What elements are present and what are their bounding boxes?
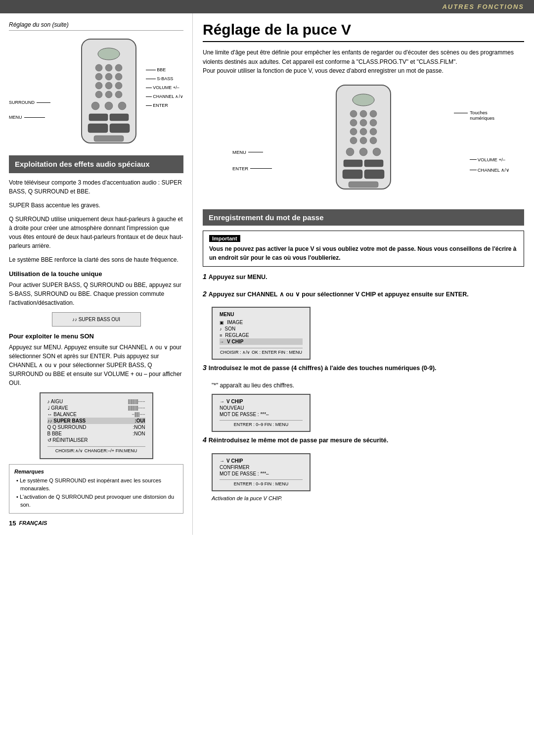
section1-header: Exploitation des effets audio spéciaux <box>9 155 183 173</box>
menu-label-right: MENU <box>232 149 246 155</box>
svg-point-13 <box>115 91 122 98</box>
password-label-4: MOT DE PASSE : ***– <box>220 471 303 476</box>
svg-point-7 <box>115 73 122 80</box>
header-bar: AUTRES FONCTIONS <box>0 0 534 13</box>
remote-control-left: SURROUND MENU BBE S-BASS <box>9 37 183 150</box>
svg-point-6 <box>105 73 112 80</box>
vchip-screen-step3: → V CHIP NOUVEAU MOT DE PASSE : ***– ENT… <box>212 394 311 432</box>
utilisation-text: Pour activer SUPER BASS, Q SURROUND ou B… <box>9 281 183 307</box>
svg-point-24 <box>350 110 357 117</box>
svg-point-8 <box>95 82 102 89</box>
svg-point-2 <box>95 64 102 71</box>
superbass-screen: ♪♪ SUPER BASS OUI <box>52 312 141 327</box>
svg-point-33 <box>350 137 357 144</box>
svg-point-36 <box>346 148 354 156</box>
qsurround-text: Q SURROUND utilise uniquement deux haut-… <box>9 215 183 250</box>
svg-point-11 <box>95 91 102 98</box>
menu-item-reglage: ≡REGLAGE <box>220 332 303 338</box>
svg-point-9 <box>105 82 112 89</box>
confirmer-label: CONFIRMER <box>220 465 303 470</box>
svg-point-12 <box>105 91 112 98</box>
step3-sub: "*" apparaît au lieu des chiffres. <box>203 381 524 390</box>
password-label-3: MOT DE PASSE : ***– <box>220 412 303 417</box>
svg-point-28 <box>360 119 367 126</box>
page-title: Réglage de la puce V <box>203 21 524 42</box>
svg-rect-21 <box>94 136 124 142</box>
menu-screen-step2: MENU ▣IMAGE ♪SON ≡REGLAGE →V CHIP CHOISI… <box>212 307 311 360</box>
svg-point-1 <box>98 48 120 60</box>
svg-point-35 <box>370 137 377 144</box>
remote-control-right: Touches numériques MENU ENTER <box>203 83 524 201</box>
menu-item-image: ▣IMAGE <box>220 319 303 326</box>
important-box: Important Vous ne pouvez pas activer la … <box>203 231 524 267</box>
son-row-bbe: B BBE:NON <box>47 430 145 437</box>
screen-bottom-4: ENTRER : 0–9 FIN : MENU <box>220 479 303 486</box>
screen-bottom-3: ENTRER : 0–9 FIN : MENU <box>220 420 303 427</box>
surround-label: SURROUND <box>9 100 35 105</box>
bbe-text: Le système BBE renforce la clarté des so… <box>9 255 183 264</box>
touches-label: Touches <box>470 110 494 115</box>
important-text: Vous ne pouvez pas activer la puce V si … <box>209 244 518 262</box>
svg-point-23 <box>353 94 374 106</box>
svg-rect-17 <box>89 114 108 121</box>
svg-point-10 <box>115 82 122 89</box>
svg-point-4 <box>115 64 122 71</box>
left-column: Réglage du son (suite) <box>0 13 193 535</box>
menu-bottom-step2: CHOISIR : ∧/∨ OK : ENTER FIN : MENU <box>220 348 303 355</box>
step4: 4 Réintroduisez le même mot de passe par… <box>203 436 524 449</box>
svg-rect-43 <box>349 182 378 188</box>
son-row-qsurround: Q Q SURROUND:NON <box>47 424 145 430</box>
svg-rect-39 <box>344 160 362 167</box>
svg-point-14 <box>91 102 99 110</box>
enregistrement-header: Enregistrement du mot de passe <box>203 209 524 226</box>
son-row-superbass: ♪♪ SUPER BASS:OUI <box>47 418 145 424</box>
svg-point-37 <box>359 148 367 156</box>
menu-son-title: Pour exploiter le menu SON <box>9 332 183 340</box>
svg-point-29 <box>370 119 377 126</box>
son-row-reinit: ↺ RÉINITIALISER <box>47 437 145 443</box>
enter-label-right: ENTER <box>232 166 248 171</box>
sbass-label: S-BASS <box>157 76 173 81</box>
notes-box: Remarques • Le système Q SURROUND est in… <box>9 464 183 514</box>
svg-point-27 <box>350 119 357 126</box>
volume-label: VOLUME +/– <box>153 85 179 90</box>
svg-rect-20 <box>110 124 130 133</box>
menu-label-left: MENU <box>9 115 22 120</box>
son-row-grave: ♩ GRAVE||||||||····· <box>47 405 145 411</box>
son-menu-bottom: CHOISIR:∧/∨ CHANGER:–/+ FIN:MENU <box>47 446 145 453</box>
svg-point-5 <box>95 73 102 80</box>
son-row-balance: ↔ BALANCE··||||···· <box>47 411 145 418</box>
bbe-label: BBE <box>157 67 166 72</box>
step3: 3 Introduisez le mot de passe (4 chiffre… <box>203 364 524 377</box>
menu-son-text: Appuyez sur MENU. Appuyez ensuite sur CH… <box>9 343 183 387</box>
svg-rect-19 <box>88 124 108 133</box>
step2: 2 Appuyez sur CHANNEL ∧ ou ∨ pour sélect… <box>203 290 524 303</box>
svg-rect-40 <box>364 160 383 167</box>
note-1: • Le système Q SURROUND est inopérant av… <box>14 476 178 493</box>
svg-point-25 <box>360 110 367 117</box>
section1-intro: Votre téléviseur comporte 3 modes d'acce… <box>9 178 183 196</box>
menu-item-vchip: →V CHIP <box>220 338 303 345</box>
menu-title: MENU <box>220 312 303 317</box>
important-title: Important <box>209 235 240 242</box>
svg-point-26 <box>370 110 377 117</box>
svg-rect-18 <box>110 114 129 121</box>
svg-rect-41 <box>343 170 362 179</box>
svg-point-38 <box>373 148 381 156</box>
caption: Activation de la puce V CHIP. <box>203 495 524 501</box>
svg-point-34 <box>360 137 367 144</box>
svg-rect-42 <box>364 170 384 179</box>
note-2: • L'activation de Q SURROUND peut provoq… <box>14 493 178 509</box>
volume-label-right: VOLUME +/– <box>478 157 505 162</box>
svg-point-31 <box>360 128 367 135</box>
left-subtitle: Réglage du son (suite) <box>9 21 183 31</box>
menu-item-son: ♪SON <box>220 326 303 332</box>
superbass-text: SUPER Bass accentue les graves. <box>9 201 183 210</box>
channel-label: CHANNEL ∧/∨ <box>153 94 183 99</box>
son-menu-screen: ♪ AIGU||||||||····· ♩ GRAVE||||||||·····… <box>40 392 153 459</box>
right-column: Réglage de la puce V Une limite d'âge pe… <box>193 13 534 535</box>
svg-point-3 <box>105 64 112 71</box>
page-number: 15 FRANÇAIS <box>9 520 183 527</box>
son-row-aigu: ♪ AIGU||||||||····· <box>47 398 145 405</box>
svg-point-30 <box>350 128 357 135</box>
